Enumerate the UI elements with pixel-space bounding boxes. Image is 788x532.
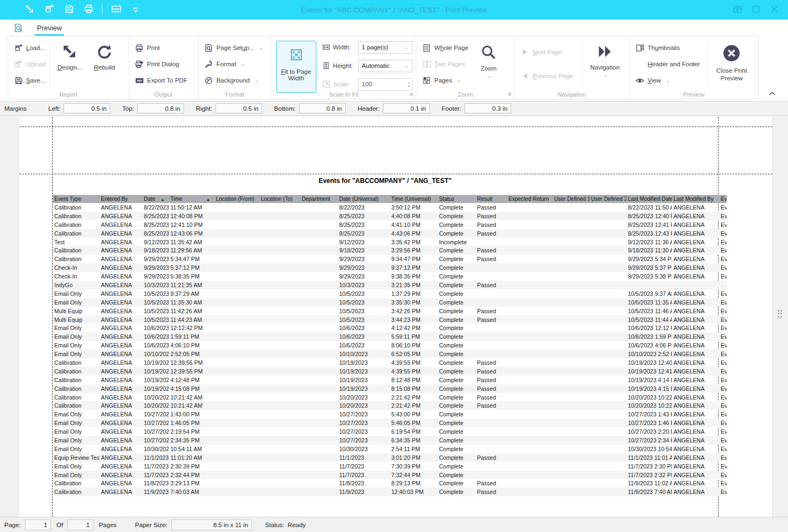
page-number-field[interactable]: 1 bbox=[25, 520, 51, 530]
quick-export-pdf-button[interactable]: PDF bbox=[110, 4, 122, 16]
header-and-footer-button[interactable]: Header and Footer bbox=[634, 57, 704, 71]
sort-asc-icon: ▲ bbox=[161, 198, 164, 201]
margin-right-label: Right: bbox=[196, 105, 212, 112]
maximize-button[interactable] bbox=[747, 2, 765, 18]
table-row: Email OnlyANGELENA10/27/20231:43:00 PM10… bbox=[53, 410, 727, 419]
table-row: CalibrationANGELENA10/20/202310:21:42 AM… bbox=[53, 393, 727, 402]
margin-top-field[interactable]: 0.8 in bbox=[137, 103, 184, 113]
design-button[interactable]: Design... bbox=[52, 41, 87, 93]
table-row: Check-InANGELENA9/29/20235:38:35 PM9/29/… bbox=[53, 272, 727, 281]
scale-to-fit-dialog-launcher[interactable]: ≡ bbox=[410, 91, 413, 97]
print-dialog-button[interactable]: ?Print Dialog bbox=[134, 57, 189, 71]
background-button[interactable]: Background⌄ bbox=[203, 73, 265, 87]
zoom-button[interactable]: Zoom ⌄ bbox=[473, 41, 504, 93]
close-preview-icon bbox=[722, 44, 741, 64]
pdf-icon: PDF bbox=[135, 76, 144, 85]
scale-label: Scale: bbox=[333, 81, 358, 87]
table-row: CalibrationANGELENA8/25/202312:43:06 PM8… bbox=[53, 229, 727, 238]
divider bbox=[707, 42, 707, 88]
thumbnails-button[interactable]: Thumbnails bbox=[634, 41, 704, 55]
collapse-ribbon-icon bbox=[768, 90, 776, 98]
width-select[interactable]: 1 page(s)⌄ bbox=[358, 41, 412, 54]
divider bbox=[581, 42, 582, 88]
height-select[interactable]: Automatic⌄ bbox=[358, 60, 412, 72]
quick-print-button[interactable] bbox=[82, 4, 94, 16]
paper-size-field: 8.5 in x 11 in bbox=[171, 520, 252, 530]
print-button[interactable]: Print bbox=[134, 41, 189, 55]
close-button[interactable] bbox=[765, 2, 784, 18]
top-margin-guide bbox=[20, 174, 772, 174]
svg-text:PDF: PDF bbox=[137, 79, 142, 82]
zoom-dialog-launcher[interactable]: ≡ bbox=[508, 91, 511, 97]
table-row: Email OnlyANGELENA10/27/20231:46:05 PM10… bbox=[53, 419, 727, 427]
table-row: Email OnlyANGELENA10/30/202310:54:11 AM1… bbox=[53, 445, 727, 453]
unload-button: Unload bbox=[12, 57, 47, 71]
navigation-button[interactable]: Navigation ⌄ bbox=[584, 41, 626, 93]
pages-button[interactable]: Pages⌄ bbox=[421, 73, 473, 87]
chevron-down-icon: ⌄ bbox=[487, 73, 492, 79]
margin-footer-field[interactable]: 0.3 in bbox=[465, 103, 511, 113]
table-row: Email OnlyANGELENA10/6/20231:59:11 PM10/… bbox=[53, 332, 727, 341]
group-label-format: Format bbox=[199, 91, 271, 98]
margin-footer-label: Footer: bbox=[442, 105, 461, 112]
spinner-up-icon: ▲ bbox=[408, 81, 411, 84]
table-row: Email OnlyANGELENA10/6/202312:12:42 PM10… bbox=[53, 324, 727, 332]
column-header: User Defined 1 bbox=[552, 195, 589, 203]
status-bar: Page: 1 Of 1 Pages Paper Size: 8.5 in x … bbox=[0, 517, 788, 532]
quick-design-button[interactable] bbox=[24, 4, 36, 16]
view-button[interactable]: View⌄ bbox=[634, 73, 704, 87]
splitter-grip-icon[interactable] bbox=[778, 310, 783, 318]
column-header: Event Type bbox=[53, 195, 99, 203]
collapse-ribbon-button[interactable] bbox=[768, 90, 776, 98]
quick-save-button[interactable] bbox=[63, 4, 75, 16]
margin-header-label: Header: bbox=[358, 105, 380, 112]
window-controls bbox=[728, 0, 784, 20]
thumbnails-splitter bbox=[772, 116, 788, 517]
chevron-down-icon: ⌄ bbox=[404, 45, 409, 50]
ribbon-group-preview: Thumbnails Header and Footer View⌄ Close… bbox=[630, 36, 758, 99]
app-window: PDF Events for "ABC COMPANY" / "ANG_TEST… bbox=[0, 0, 788, 532]
window-restore-icon bbox=[733, 5, 742, 15]
divider bbox=[102, 5, 103, 15]
table-row: CalibrationANGELENA10/19/20234:15:08 PM1… bbox=[53, 384, 727, 393]
format-button[interactable]: Format⌄ bbox=[203, 57, 265, 71]
table-row: TestANGELENA9/12/202311:35:42 AM9/12/202… bbox=[53, 238, 727, 246]
quick-load-button[interactable] bbox=[43, 4, 55, 16]
print-icon bbox=[84, 4, 93, 15]
ribbon: Load... Unload Save... Design... Rebuild… bbox=[0, 36, 788, 101]
table-row: Multi EquipANGELENA10/5/202311:42:26 AM1… bbox=[53, 307, 727, 315]
margin-left-field[interactable]: 0.5 in bbox=[63, 103, 110, 113]
margin-header-field[interactable]: 0.1 in bbox=[383, 103, 430, 113]
save-icon bbox=[14, 76, 23, 85]
dialog-launcher-icon: ≡ bbox=[508, 91, 511, 97]
margin-top-label: Top: bbox=[122, 105, 134, 112]
print-dialog-icon: ? bbox=[135, 60, 144, 68]
tab-preview[interactable]: Preview bbox=[34, 20, 65, 36]
close-icon bbox=[771, 5, 778, 15]
table-row: IndyGoANGELENA10/3/202311:21:35 AM10/3/2… bbox=[53, 281, 727, 289]
page-setup-button[interactable]: Page Setup...⌄ bbox=[203, 41, 265, 55]
ribbon-group-zoom: Whole Page Two Pages Pages⌄ Zoom ⌄ ≡ Zoo… bbox=[416, 36, 514, 99]
column-header: Status bbox=[437, 195, 475, 203]
save-button[interactable]: Save... bbox=[12, 73, 47, 87]
close-print-preview-button[interactable]: Close Print Preview bbox=[709, 41, 754, 93]
sort-asc-icon: ▲ bbox=[206, 198, 210, 201]
rebuild-button[interactable]: Rebuild bbox=[87, 41, 122, 93]
table-row: CalibrationANGELENA10/19/202312:39:55 PM… bbox=[53, 367, 727, 376]
margins-title: Margins bbox=[4, 105, 27, 112]
column-header: User Defined 2 bbox=[589, 195, 626, 203]
export-pdf-button[interactable]: PDFExport To PDF bbox=[134, 73, 189, 87]
background-icon bbox=[205, 76, 213, 85]
fit-to-page-width-button[interactable]: Fit to Page Width bbox=[276, 41, 316, 93]
qat-menu-button[interactable] bbox=[130, 4, 142, 16]
margin-right-field[interactable]: 0.5 in bbox=[215, 103, 262, 113]
rebuild-icon bbox=[97, 44, 112, 60]
load-button[interactable]: Load... bbox=[12, 41, 47, 55]
print-preview-file-icon bbox=[13, 20, 24, 36]
restore-button[interactable] bbox=[728, 2, 747, 18]
scale-icon bbox=[322, 80, 331, 88]
whole-page-button[interactable]: Whole Page bbox=[421, 41, 473, 55]
margin-bottom-field[interactable]: 0.8 in bbox=[299, 103, 346, 113]
height-icon bbox=[322, 62, 331, 69]
column-header: Last Modified Date/T bbox=[626, 195, 672, 203]
